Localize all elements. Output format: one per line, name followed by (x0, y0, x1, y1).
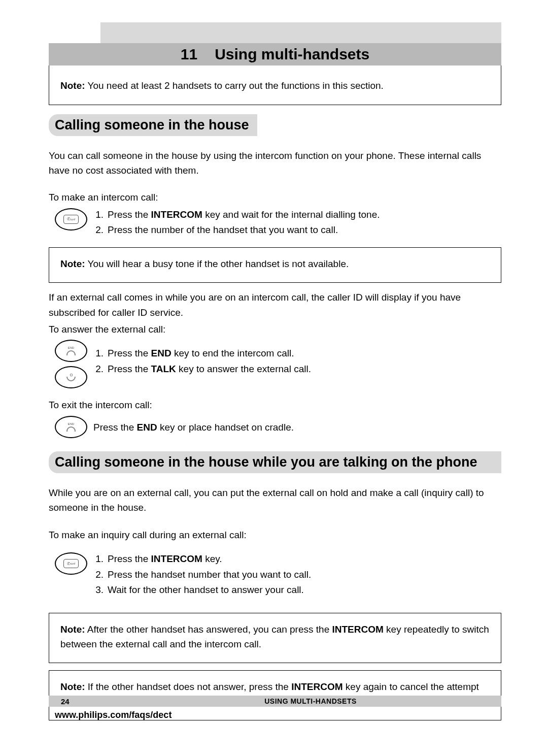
step-block-exit: END Press the END key or place handset o… (49, 415, 501, 438)
step-block-intercom: ✆conf 1.Press the INTERCOM key and wait … (49, 207, 501, 238)
section-heading-1: Calling someone in the house (49, 114, 257, 136)
icon-col: END (49, 415, 93, 438)
section1-lead3: To exit the intercom call: (49, 398, 501, 412)
page-number: 24 (49, 697, 181, 706)
icon-col: END (49, 339, 93, 388)
footer-title: USING MULTI-HANDSETS (181, 697, 440, 705)
note-text: You need at least 2 handsets to carry ou… (88, 80, 384, 91)
chapter-title: Using multi-handsets (215, 46, 369, 63)
note-label: Note: (60, 681, 85, 692)
intercom-glyph: ✆conf (63, 215, 79, 224)
note-text: You will hear a busy tone if the other h… (88, 258, 349, 269)
note-label: Note: (60, 258, 85, 269)
intercom-key-icon: ✆conf (55, 208, 87, 231)
chapter-header: 11 Using multi-handsets (49, 43, 501, 65)
footer-url: www.philips.com/faqs/dect (49, 710, 501, 720)
exit-text: Press the END key or place handset on cr… (93, 415, 294, 435)
end-key-icon: END (55, 340, 87, 362)
section1-lead2: To answer the external call: (49, 322, 501, 337)
note-label: Note: (60, 624, 85, 635)
note-box-switch: Note: After the other handset has answer… (49, 613, 501, 663)
chapter-number: 11 (181, 46, 197, 63)
section-heading-2: Calling someone in the house while you a… (49, 451, 501, 473)
talk-key-icon (55, 366, 87, 388)
step-2: 2.Press the number of the handset that y… (93, 222, 380, 238)
section1-intro: You can call someone in the house by usi… (49, 148, 501, 178)
external-info: If an external call comes in while you a… (49, 290, 501, 320)
steps-list: 1.Press the INTERCOM key. 2.Press the ha… (93, 551, 311, 598)
icon-col: ✆conf (49, 207, 93, 231)
page-footer: 24 USING MULTI-HANDSETS www.philips.com/… (49, 696, 501, 720)
note-box-busy: Note: You will hear a busy tone if the o… (49, 247, 501, 283)
step-1: 1.Press the END key to end the intercom … (93, 346, 311, 361)
icon-col: ✆conf (49, 551, 93, 575)
step-block-inquiry: ✆conf 1.Press the INTERCOM key. 2.Press … (49, 551, 501, 598)
footer-bar: 24 USING MULTI-HANDSETS (49, 696, 501, 707)
steps-list: 1.Press the INTERCOM key and wait for th… (93, 207, 380, 238)
step-1: 1.Press the INTERCOM key and wait for th… (93, 207, 380, 222)
intercom-glyph: ✆conf (63, 559, 79, 568)
step-3: 3.Wait for the other handset to answer y… (93, 582, 311, 598)
note-box-requirements: Note: You need at least 2 handsets to ca… (49, 65, 501, 105)
step-2: 2.Press the handset number that you want… (93, 567, 311, 582)
section2-intro: While you are on an external call, you c… (49, 485, 501, 515)
steps-list: 1.Press the END key to end the intercom … (93, 339, 311, 377)
step-2: 2.Press the TALK key to answer the exter… (93, 361, 311, 377)
note-label: Note: (60, 80, 85, 91)
section2-lead: To make an inquiry call during an extern… (49, 528, 501, 542)
step-1: 1.Press the INTERCOM key. (93, 551, 311, 567)
section1-lead1: To make an intercom call: (49, 190, 501, 205)
page-content: Note: You need at least 2 handsets to ca… (49, 65, 501, 728)
end-key-icon: END (55, 416, 87, 438)
step-block-answer: END 1.Press the END key to end the inter… (49, 339, 501, 388)
intercom-key-icon: ✆conf (55, 552, 87, 575)
